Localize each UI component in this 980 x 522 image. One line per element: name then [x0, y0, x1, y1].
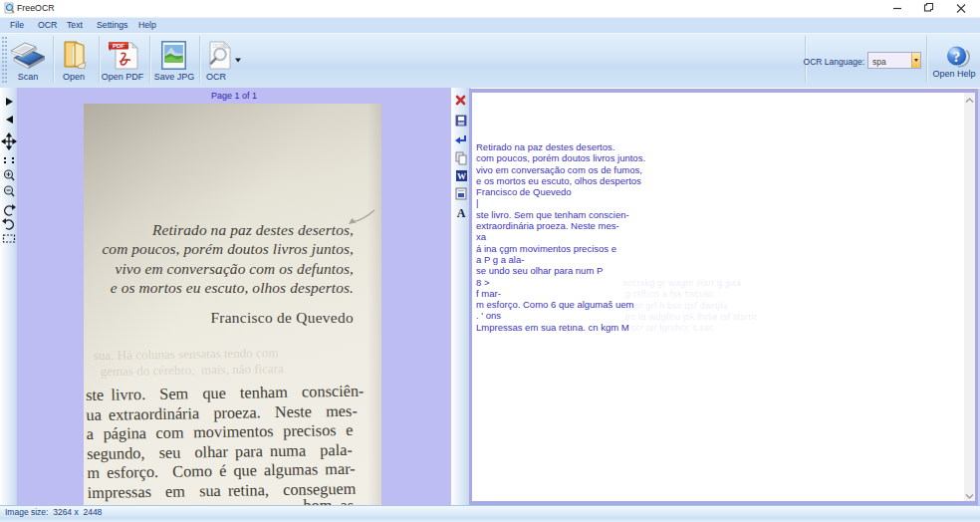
svg-text:W: W: [457, 171, 466, 181]
svg-text:A: A: [457, 206, 466, 220]
svg-text:OCR: OCR: [212, 43, 224, 49]
svg-text:?: ?: [953, 49, 961, 65]
svg-text:PDF: PDF: [113, 43, 124, 49]
